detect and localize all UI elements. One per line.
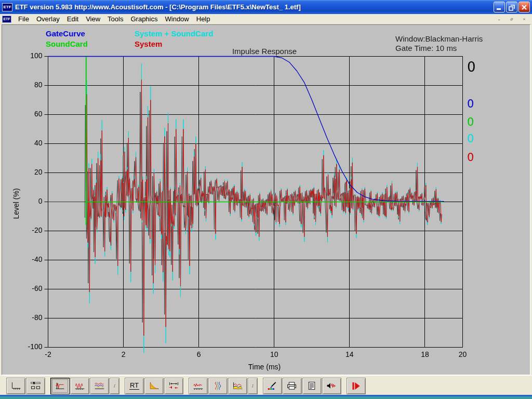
graph-axes-icon <box>10 381 22 391</box>
legend-system-soundcard: System + SoundCard <box>135 29 213 39</box>
mdi-minimize-button[interactable] <box>495 15 504 23</box>
toolbar-gate-distance-button[interactable] <box>164 378 183 394</box>
channel-marker-0: 0 <box>467 59 476 75</box>
toolbar-waterfall-decay-button[interactable] <box>144 378 164 394</box>
gate-distance-icon <box>168 381 180 391</box>
x-axis-label: Time (ms) <box>223 363 306 371</box>
waterfall-decay-icon <box>148 381 160 391</box>
toolbar-overlay-curves-button[interactable] <box>90 378 109 394</box>
app-window: ETF ETF version 5.983 http://www.Acousti… <box>0 0 532 396</box>
close-icon <box>520 3 528 11</box>
impulse-response-icon <box>54 381 66 391</box>
menu-window[interactable]: Window <box>162 14 193 24</box>
channel-marker-4: 0 <box>467 151 474 164</box>
menu-file[interactable]: File <box>15 14 33 24</box>
menu-overlay[interactable]: Overlay <box>33 14 63 24</box>
toolbar-report-button[interactable] <box>302 378 322 394</box>
restore-button[interactable] <box>506 2 517 12</box>
toolbar-graph-axes-button[interactable] <box>6 378 25 394</box>
toolbar-color-settings-button[interactable] <box>263 378 282 394</box>
channel-offset-markers: 00000 <box>467 25 488 375</box>
channel-marker-3: 0 <box>467 132 474 145</box>
chart-legend: GateCurveSystem + SoundCardSoundCardSyst… <box>46 29 213 50</box>
overlay-curves-icon <box>94 381 105 391</box>
legend-gatecurve: GateCurve <box>46 29 135 39</box>
phase-sines-icon <box>212 381 224 391</box>
toolbar-rt60-button[interactable]: RT <box>125 378 144 394</box>
minimize-button[interactable] <box>494 2 505 12</box>
impulse-response-plot[interactable] <box>2 25 530 375</box>
periodic-waves-icon <box>74 381 86 391</box>
window-controls <box>494 2 530 12</box>
toolbar-speaker-test-button[interactable] <box>322 378 341 394</box>
toolbar-phase-sines-button[interactable] <box>208 378 228 394</box>
window-title: ETF version 5.983 http://www.Acoustisoft… <box>15 3 491 11</box>
minimize-icon <box>495 3 503 11</box>
toolbar-corner-step-button[interactable] <box>110 378 119 394</box>
mdi-close-button[interactable] <box>520 15 529 23</box>
menu-help[interactable]: Help <box>193 14 214 24</box>
toolbar-smoothed-response-button[interactable] <box>189 378 208 394</box>
report-icon <box>306 381 318 391</box>
y-axis-label: Level (%) <box>12 182 20 225</box>
speaker-test-icon <box>326 381 338 391</box>
channel-marker-1: 0 <box>467 98 474 110</box>
corner-step-2-icon <box>251 381 254 391</box>
menu-edit[interactable]: Edit <box>63 14 82 24</box>
mdi-window-controls <box>495 15 529 23</box>
menu-tools[interactable]: Tools <box>104 14 127 24</box>
toolbar-spectrum-overlay-button[interactable] <box>228 378 247 394</box>
toolbar-impulse-response-button[interactable] <box>50 378 70 394</box>
toolbar-corner-step-2-button[interactable] <box>248 378 258 394</box>
chart-title: Impulse Response <box>220 47 309 56</box>
restore-icon <box>510 16 513 23</box>
toolbar-play-measurement-button[interactable] <box>347 378 366 394</box>
spectrum-overlay-icon <box>232 381 244 391</box>
menu-graphics[interactable]: Graphics <box>127 14 161 24</box>
channel-marker-2: 0 <box>467 116 474 128</box>
level-layout-icon <box>30 381 42 391</box>
toolbar-level-layout-button[interactable] <box>26 378 45 394</box>
minimize-icon <box>498 16 501 23</box>
print-icon <box>286 381 298 391</box>
toolbar: RT <box>0 375 532 395</box>
toolbar-periodic-waves-button[interactable] <box>70 378 89 394</box>
rt-label: RT <box>129 382 139 390</box>
menu-items: FileOverlayEditViewToolsGraphicsWindowHe… <box>15 14 214 24</box>
title-bar: ETF ETF version 5.983 http://www.Acousti… <box>0 0 532 14</box>
close-icon <box>523 16 526 23</box>
color-settings-icon <box>267 381 278 391</box>
restore-icon <box>508 3 516 11</box>
legend-soundcard: SoundCard <box>46 39 135 50</box>
menu-view[interactable]: View <box>82 14 104 24</box>
play-measurement-icon <box>350 381 362 391</box>
close-button[interactable] <box>518 2 530 12</box>
menu-bar: ETF FileOverlayEditViewToolsGraphicsWind… <box>0 14 532 24</box>
document-icon: ETF <box>2 16 11 23</box>
corner-step-icon <box>113 381 116 391</box>
smoothed-response-icon <box>192 381 204 391</box>
app-icon: ETF <box>2 3 12 11</box>
toolbar-print-button[interactable] <box>283 378 302 394</box>
chart-client-area: GateCurveSystem + SoundCardSoundCardSyst… <box>2 24 530 375</box>
legend-system: System <box>135 39 213 50</box>
mdi-restore-button[interactable] <box>507 15 516 23</box>
